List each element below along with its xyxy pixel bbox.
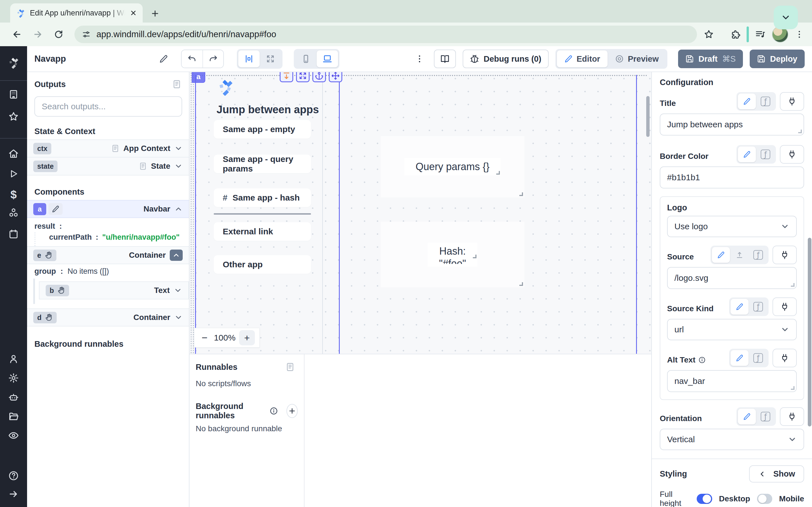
fx-input-mode-button[interactable]: ƒ: [749, 247, 767, 263]
connect-pl​ug-button[interactable]: [772, 245, 797, 264]
nav-item-same-app-empty[interactable]: Same app - empty: [214, 120, 311, 138]
zoom-in-button[interactable]: +: [239, 330, 255, 345]
center-layout-button[interactable]: [238, 50, 260, 67]
anchor-button[interactable]: [312, 72, 326, 82]
fx-input-mode-button[interactable]: ƒ: [756, 147, 774, 162]
connect-plug-button[interactable]: [772, 349, 797, 367]
tab-close-icon[interactable]: [130, 9, 137, 17]
upload-mode-button[interactable]: [730, 247, 749, 263]
sidebar-item-folders[interactable]: [8, 411, 19, 421]
settings-scrollbar[interactable]: [808, 238, 811, 427]
query-params-container[interactable]: Query params {}: [380, 136, 524, 198]
sidebar-item-resources[interactable]: [8, 208, 19, 218]
debug-runs-button[interactable]: Debug runs (0): [463, 50, 549, 68]
sidebar-item-users[interactable]: [8, 353, 19, 364]
resize-handle[interactable]: [473, 255, 476, 258]
sidebar-item-settings[interactable]: [8, 373, 19, 383]
sidebar-item-variables[interactable]: $: [10, 188, 17, 201]
browser-menu-icon[interactable]: [795, 30, 804, 39]
source-input[interactable]: /logo.svg: [667, 267, 797, 289]
site-settings-icon[interactable]: [82, 30, 91, 39]
chevron-down-icon[interactable]: [174, 144, 183, 153]
orientation-select[interactable]: Vertical: [660, 429, 804, 450]
sidebar-item-schedules[interactable]: [8, 229, 19, 239]
component-row-container-d[interactable]: d Container: [27, 308, 189, 327]
sidebar-item-ai[interactable]: [8, 392, 19, 402]
resize-handle[interactable]: [496, 171, 500, 175]
fx-input-mode-button[interactable]: ƒ: [749, 299, 767, 315]
nav-item-other-app[interactable]: Other app: [214, 255, 311, 274]
connect-plug-button[interactable]: [780, 407, 804, 426]
styling-show-button[interactable]: Show: [749, 465, 804, 483]
chevron-up-icon[interactable]: [174, 205, 183, 213]
static-input-mode-button[interactable]: [730, 299, 749, 315]
mobile-view-button[interactable]: [295, 50, 317, 67]
resize-handle[interactable]: [519, 282, 523, 286]
output-row-state[interactable]: state State: [27, 158, 189, 175]
expand-down-button[interactable]: [280, 72, 293, 82]
undo-button[interactable]: [182, 50, 202, 68]
back-button[interactable]: [8, 25, 26, 43]
output-row-ctx[interactable]: ctx App Context: [27, 139, 189, 158]
border-color-input[interactable]: #b1b1b1: [660, 166, 804, 188]
full-height-desktop-toggle[interactable]: [697, 494, 712, 504]
static-input-mode-button[interactable]: [738, 409, 756, 425]
tab-editor[interactable]: Editor: [557, 50, 608, 67]
sidebar-item-audit[interactable]: [8, 430, 19, 441]
fx-input-mode-button[interactable]: ƒ: [756, 409, 774, 425]
use-logo-select[interactable]: Use logo: [667, 216, 797, 237]
sidebar-item-favorites[interactable]: [8, 111, 19, 122]
search-outputs-input[interactable]: [35, 96, 182, 117]
add-background-runnable-button[interactable]: [287, 404, 298, 418]
runnables-doc-icon[interactable]: [285, 362, 295, 372]
info-icon[interactable]: [698, 356, 706, 363]
static-input-mode-button[interactable]: [730, 350, 749, 366]
new-tab-button[interactable]: [151, 9, 160, 18]
component-row-navbar[interactable]: a Navbar: [27, 200, 189, 218]
forward-button[interactable]: [29, 25, 47, 43]
source-kind-select[interactable]: url: [667, 319, 797, 340]
fx-input-mode-button[interactable]: ƒ: [756, 94, 774, 109]
chevron-down-icon[interactable]: [174, 286, 182, 295]
info-icon[interactable]: [269, 407, 278, 415]
sidebar-item-help[interactable]: [8, 470, 19, 481]
reload-button[interactable]: [50, 25, 68, 43]
docs-button[interactable]: [434, 50, 456, 68]
query-params-text-box[interactable]: Query params {}: [404, 158, 501, 175]
tab-preview[interactable]: Preview: [608, 50, 666, 67]
sidebar-item-workspace[interactable]: [8, 89, 19, 100]
connect-plug-button[interactable]: [772, 297, 797, 316]
canvas-scrollbar[interactable]: [646, 96, 650, 137]
window-chevron-button[interactable]: [774, 6, 798, 29]
alt-text-input[interactable]: nav_bar: [667, 370, 797, 392]
app-canvas[interactable]: a Jump between apps Same app - empty Sam…: [190, 72, 651, 354]
redo-button[interactable]: [202, 50, 223, 68]
outputs-doc-icon[interactable]: [172, 79, 182, 89]
full-height-mobile-toggle[interactable]: [757, 494, 772, 504]
resize-handle[interactable]: [791, 386, 795, 390]
group-row[interactable]: group:No items ([]): [27, 264, 189, 279]
desktop-view-button[interactable]: [317, 50, 338, 67]
static-input-mode-button[interactable]: [738, 147, 756, 162]
navbar-edit-icon[interactable]: [49, 203, 63, 215]
title-field-input[interactable]: Jump between apps: [660, 114, 804, 135]
connect-plug-button[interactable]: [780, 92, 804, 111]
nav-item-hash[interactable]: # Same app - hash: [214, 188, 311, 207]
bookmark-star-icon[interactable]: [704, 29, 714, 40]
nav-item-query-params[interactable]: Same app - query params: [214, 155, 311, 173]
header-menu-icon[interactable]: [415, 54, 424, 64]
component-badge[interactable]: a: [192, 72, 205, 83]
fullscreen-button[interactable]: [296, 72, 310, 82]
deploy-button[interactable]: Deploy: [750, 50, 805, 68]
windmill-logo-icon[interactable]: [7, 56, 20, 69]
resize-handle[interactable]: [798, 129, 802, 133]
zoom-out-button[interactable]: −: [199, 332, 210, 344]
collapse-button[interactable]: [170, 249, 183, 261]
static-input-mode-button[interactable]: [738, 94, 756, 109]
hash-container[interactable]: Hash: "#foo": [380, 222, 524, 287]
state-doc-icon[interactable]: [139, 162, 147, 170]
move-button[interactable]: [329, 72, 342, 82]
sidebar-expand-icon[interactable]: [8, 489, 18, 499]
chevron-down-icon[interactable]: [174, 162, 183, 170]
component-row-container-e[interactable]: e Container: [27, 246, 189, 264]
